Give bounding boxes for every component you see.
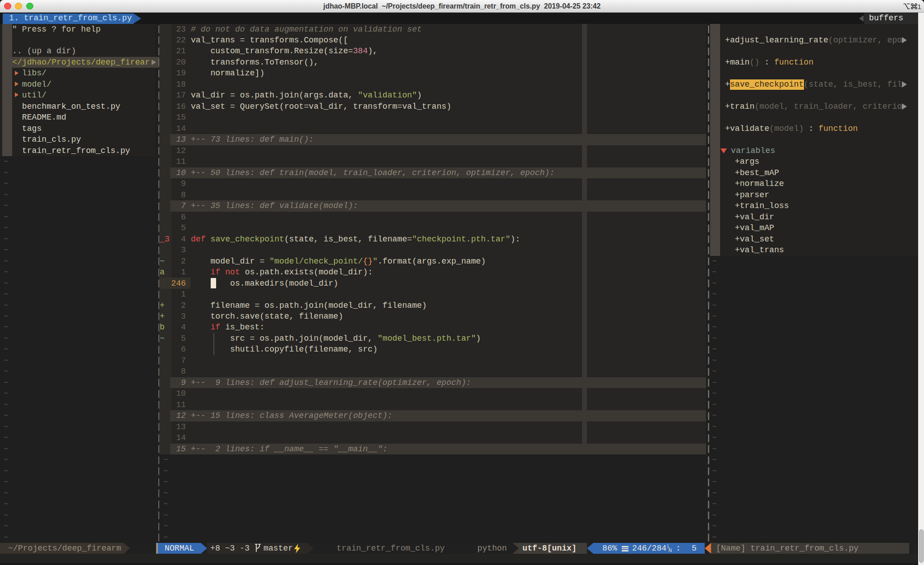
svg-text:1: 1 bbox=[918, 3, 921, 10]
